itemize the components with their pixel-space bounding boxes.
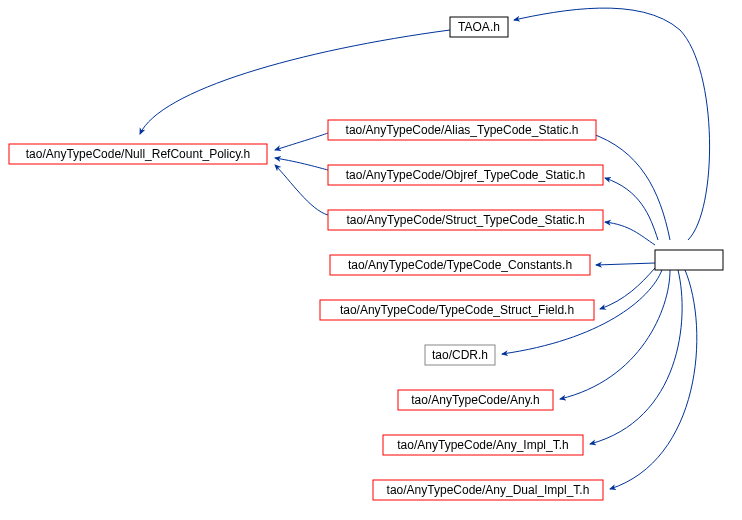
node-label-anydual: tao/AnyTypeCode/Any_Dual_Impl_T.h <box>387 483 590 497</box>
edge-root-field <box>600 268 655 309</box>
edge-root-struct <box>605 222 655 245</box>
edge-root-anyimpl <box>590 270 682 444</box>
edges-layer <box>140 8 710 489</box>
node-label-struct: tao/AnyTypeCode/Struct_TypeCode_Static.h <box>346 213 584 227</box>
node-label-anyimpl: tao/AnyTypeCode/Any_Impl_T.h <box>397 438 568 452</box>
nodes-layer: TAOA.cppTAOA.htao/AnyTypeCode/Null_RefCo… <box>9 17 723 500</box>
node-any[interactable]: tao/AnyTypeCode/Any.h <box>398 390 553 410</box>
node-objref[interactable]: tao/AnyTypeCode/Objref_TypeCode_Static.h <box>328 165 603 185</box>
edge-struct-null <box>275 165 328 215</box>
node-label-taoa_h: TAOA.h <box>458 20 500 34</box>
node-anydual[interactable]: tao/AnyTypeCode/Any_Dual_Impl_T.h <box>373 480 603 500</box>
edge-root-const <box>596 263 655 265</box>
node-label-field: tao/AnyTypeCode/TypeCode_Struct_Field.h <box>340 303 574 317</box>
edge-root-anydual <box>610 270 697 489</box>
node-const[interactable]: tao/AnyTypeCode/TypeCode_Constants.h <box>330 255 590 275</box>
node-taoa_h[interactable]: TAOA.h <box>450 17 508 37</box>
node-label-alias: tao/AnyTypeCode/Alias_TypeCode_Static.h <box>346 123 579 137</box>
edge-root-objref <box>605 178 658 240</box>
edge-alias-null <box>275 133 328 150</box>
node-field[interactable]: tao/AnyTypeCode/TypeCode_Struct_Field.h <box>320 300 594 320</box>
node-label-any: tao/AnyTypeCode/Any.h <box>411 393 540 407</box>
node-struct[interactable]: tao/AnyTypeCode/Struct_TypeCode_Static.h <box>328 210 603 230</box>
node-null[interactable]: tao/AnyTypeCode/Null_RefCount_Policy.h <box>9 144 267 164</box>
node-alias[interactable]: tao/AnyTypeCode/Alias_TypeCode_Static.h <box>328 120 596 140</box>
node-anyimpl[interactable]: tao/AnyTypeCode/Any_Impl_T.h <box>383 435 583 455</box>
edge-objref-null <box>275 158 328 170</box>
node-label-const: tao/AnyTypeCode/TypeCode_Constants.h <box>348 258 572 272</box>
node-root[interactable]: TAOA.cpp <box>655 250 723 270</box>
node-cdr[interactable]: tao/CDR.h <box>425 345 495 365</box>
node-label-cdr: tao/CDR.h <box>432 348 488 362</box>
node-label-objref: tao/AnyTypeCode/Objref_TypeCode_Static.h <box>346 168 585 182</box>
edge-root-any <box>560 270 670 399</box>
node-label-root: TAOA.cpp <box>662 253 717 267</box>
edge-taoa_h-null <box>140 30 450 134</box>
node-label-null: tao/AnyTypeCode/Null_RefCount_Policy.h <box>26 147 251 161</box>
